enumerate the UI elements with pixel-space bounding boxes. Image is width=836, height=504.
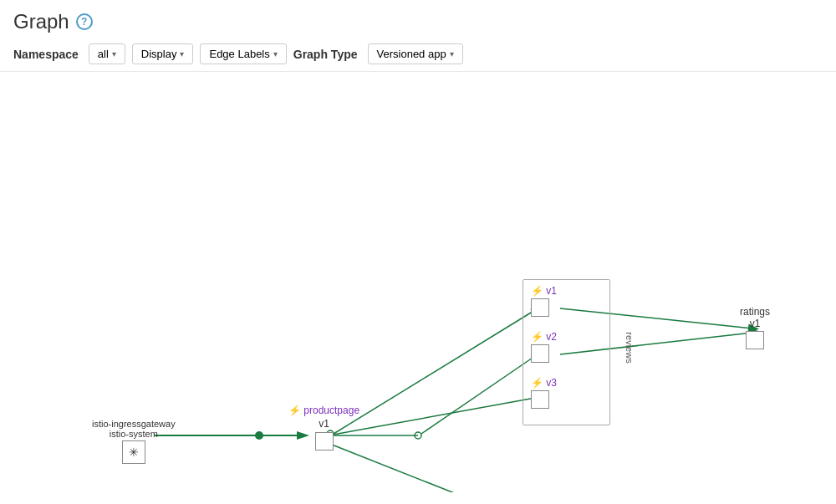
reviews-v2-box[interactable] <box>531 344 549 363</box>
reviews-v3-node[interactable]: ⚡ v3 <box>531 377 557 409</box>
reviews-v1-label: ⚡ v1 <box>531 285 557 297</box>
namespace-chevron-icon: ▾ <box>112 49 116 59</box>
page-title: Graph <box>13 10 69 33</box>
display-label: Display <box>141 48 177 60</box>
svg-line-9 <box>421 356 535 434</box>
ratings-node[interactable]: ratings v1 <box>740 306 770 349</box>
reviews-v1-box[interactable] <box>531 298 549 317</box>
namespace-dropdown[interactable]: all ▾ <box>89 43 125 64</box>
reviews-v3-box[interactable] <box>531 390 549 409</box>
namespace-label: Namespace <box>13 48 79 61</box>
ingress-label2: istio-system <box>92 429 176 439</box>
ingress-box[interactable]: ✳ <box>122 440 145 464</box>
help-icon[interactable]: ? <box>76 13 93 30</box>
productpage-node[interactable]: ⚡ productpage v1 <box>288 405 359 451</box>
edge-labels-chevron-icon: ▾ <box>273 49 278 59</box>
namespace-value: all <box>98 48 109 60</box>
svg-line-5 <box>334 310 535 434</box>
reviews-v2-label: ⚡ v2 <box>531 331 557 343</box>
title-row: Graph ? <box>13 10 823 33</box>
display-dropdown[interactable]: Display ▾ <box>132 43 194 64</box>
graph-type-label: Graph Type <box>293 48 358 61</box>
reviews-group-label: reviews <box>624 332 634 363</box>
edge-labels-label: Edge Labels <box>209 48 269 60</box>
graph-canvas[interactable]: istio-ingressgateway istio-system ✳ ⚡ pr… <box>0 72 836 492</box>
ratings-label1: ratings <box>740 306 770 318</box>
ratings-label2: v1 <box>740 318 770 329</box>
edge-labels-dropdown[interactable]: Edge Labels ▾ <box>200 43 286 64</box>
ingress-node[interactable]: istio-ingressgateway istio-system ✳ <box>92 419 176 464</box>
toolbar: Namespace all ▾ Display ▾ Edge Labels ▾ … <box>13 43 823 64</box>
productpage-label1: ⚡ productpage <box>288 405 359 416</box>
reviews-v3-label: ⚡ v3 <box>531 377 557 389</box>
header: Graph ? Namespace all ▾ Display ▾ Edge L… <box>0 0 836 72</box>
graph-type-value: Versioned app <box>377 48 446 60</box>
display-chevron-icon: ▾ <box>180 49 184 59</box>
ingress-label1: istio-ingressgateway <box>92 419 176 429</box>
reviews-v2-node[interactable]: ⚡ v2 <box>531 331 557 363</box>
productpage-box[interactable] <box>315 432 334 451</box>
svg-point-1 <box>255 431 263 440</box>
productpage-label2: v1 <box>319 418 329 430</box>
reviews-v1-node[interactable]: ⚡ v1 <box>531 285 557 317</box>
graph-type-chevron-icon: ▾ <box>450 49 454 59</box>
graph-type-dropdown[interactable]: Versioned app ▾ <box>368 43 463 64</box>
ingress-icon: ✳ <box>129 445 139 459</box>
ratings-box[interactable] <box>746 331 764 349</box>
